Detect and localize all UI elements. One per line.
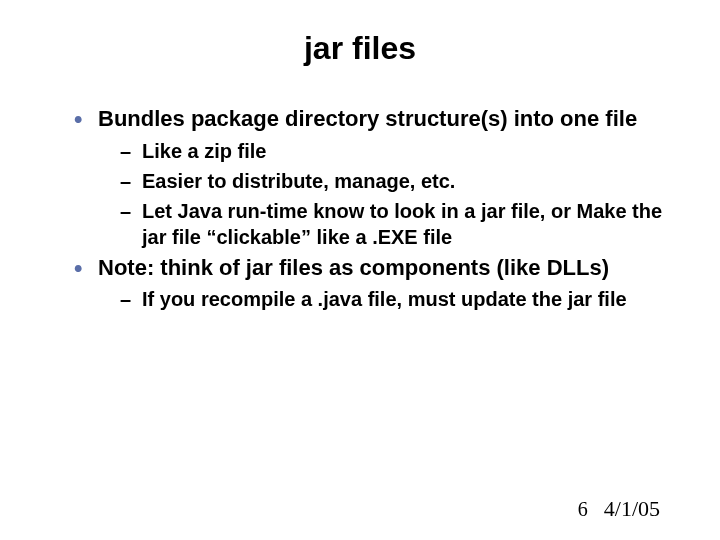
bullet-list: Bundles package directory structure(s) i… [70, 105, 670, 312]
slide-content: Bundles package directory structure(s) i… [50, 105, 670, 312]
slide-title: jar files [50, 30, 670, 67]
footer: 6 4/1/05 [578, 496, 660, 522]
bullet-item: Bundles package directory structure(s) i… [70, 105, 670, 250]
bullet-text: Note: think of jar files as components (… [98, 255, 609, 280]
sub-bullet-item: If you recompile a .java file, must upda… [118, 286, 670, 312]
sub-bullet-item: Easier to distribute, manage, etc. [118, 168, 670, 194]
date: 4/1/05 [604, 496, 660, 522]
sub-bullet-item: Like a zip file [118, 138, 670, 164]
bullet-text: Bundles package directory structure(s) i… [98, 106, 637, 131]
page-number: 6 [578, 498, 588, 521]
sub-bullet-list: If you recompile a .java file, must upda… [118, 286, 670, 312]
slide: jar files Bundles package directory stru… [0, 0, 720, 540]
bullet-item: Note: think of jar files as components (… [70, 254, 670, 313]
sub-bullet-list: Like a zip file Easier to distribute, ma… [118, 138, 670, 250]
sub-bullet-item: Let Java run-time know to look in a jar … [118, 198, 670, 250]
